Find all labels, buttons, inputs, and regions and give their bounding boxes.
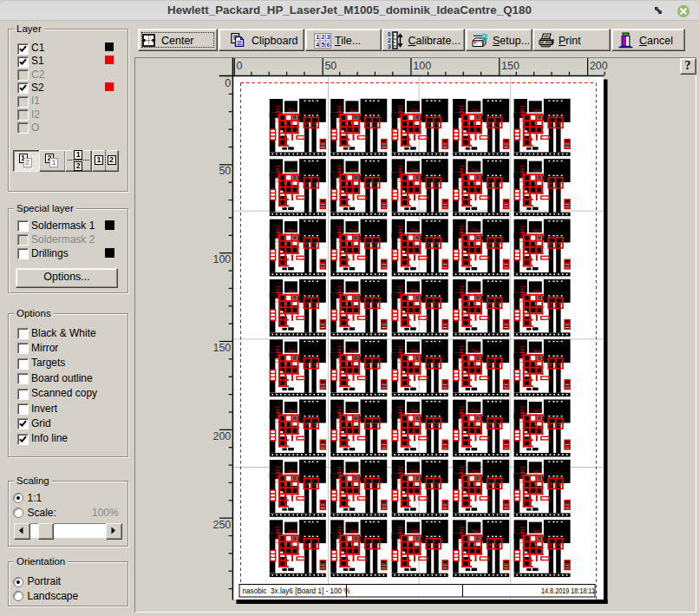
svg-text:14.8.2019 18:18:11: 14.8.2019 18:18:11 (541, 586, 595, 595)
svg-text:nasobic 3x.lay6 [Board 1] - 1: nasobic 3x.lay6 [Board 1] - 100 % (243, 586, 350, 595)
svg-text:0: 0 (225, 77, 231, 89)
svg-text:2: 2 (388, 37, 391, 43)
svg-text:200: 200 (212, 430, 231, 442)
svg-text:100: 100 (413, 60, 431, 72)
svg-text:6: 6 (326, 41, 330, 49)
svg-text:0: 0 (388, 31, 391, 37)
svg-text:150: 150 (501, 60, 519, 72)
svg-text:200: 200 (590, 60, 608, 72)
svg-text:0: 0 (237, 60, 243, 72)
svg-text:3: 3 (388, 43, 391, 49)
svg-text:150: 150 (212, 342, 231, 354)
svg-text:50: 50 (324, 60, 336, 72)
svg-text:250: 250 (212, 519, 231, 531)
svg-text:50: 50 (219, 165, 231, 177)
svg-text:100: 100 (212, 253, 231, 265)
